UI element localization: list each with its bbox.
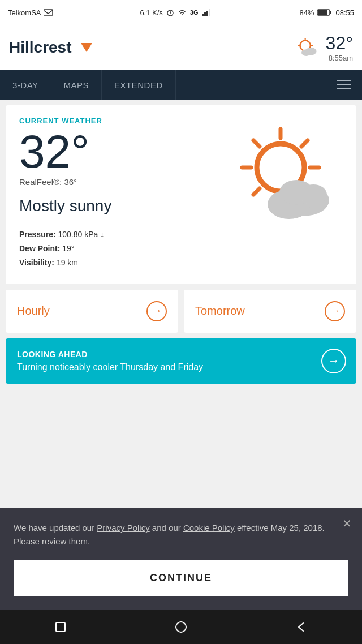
current-weather-label: CURRENT WEATHER (19, 117, 111, 125)
menu-line-1 (337, 80, 351, 81)
continue-button[interactable]: CONTINUE (14, 560, 348, 596)
svg-rect-6 (206, 11, 208, 16)
email-icon (44, 9, 53, 16)
circle-icon (175, 621, 187, 633)
weather-details: Pressure: 100.80 kPa ↓ Dew Point: 19° Vi… (19, 227, 111, 271)
svg-rect-31 (56, 622, 65, 632)
battery-info: 84% 08:55 (299, 8, 354, 17)
svg-line-26 (253, 188, 260, 195)
looking-ahead-banner[interactable]: LOOKING AHEAD Turning noticeably cooler … (6, 338, 356, 384)
square-icon (54, 621, 67, 633)
privacy-close-button[interactable]: ✕ (342, 517, 352, 530)
status-time: 08:55 (335, 8, 354, 17)
header-temperature: 32° (326, 33, 353, 54)
hourly-arrow-icon: → (146, 301, 167, 321)
back-icon (295, 621, 308, 633)
app-header: Hillcrest 32° 8:55am (0, 25, 362, 70)
hourly-button[interactable]: Hourly → (6, 290, 178, 333)
dewpoint-value: 19° (62, 244, 74, 253)
privacy-overlay: ✕ We have updated our Privacy Policy and… (0, 508, 362, 610)
recents-button[interactable] (54, 621, 67, 633)
tab-maps[interactable]: MAPS (51, 70, 102, 100)
weather-condition: Mostly sunny (19, 197, 111, 215)
svg-point-32 (176, 622, 186, 632)
dewpoint-row: Dew Point: 19° (19, 242, 111, 256)
pressure-row: Pressure: 100.80 kPa ↓ (19, 227, 111, 242)
header-weather: 32° 8:55am (293, 33, 353, 62)
dewpoint-label: Dew Point: (19, 244, 60, 253)
svg-line-25 (301, 140, 308, 147)
svg-rect-7 (209, 9, 210, 16)
looking-ahead-text: LOOKING AHEAD Turning noticeably cooler … (17, 350, 203, 372)
menu-line-3 (337, 88, 351, 89)
tomorrow-label: Tomorrow (195, 304, 245, 317)
hourly-label: Hourly (17, 304, 50, 317)
nav-tabs: 3-DAY MAPS EXTENDED (0, 70, 362, 100)
header-time: 8:55am (326, 54, 353, 62)
location-selector[interactable]: Hillcrest (9, 38, 92, 57)
privacy-text-middle: and our (150, 523, 183, 533)
network-type: 3G (190, 9, 199, 16)
looking-ahead-arrow-button[interactable]: → (321, 349, 346, 373)
privacy-text-before: We have updated our (14, 523, 97, 533)
cookie-policy-link[interactable]: Cookie Policy (183, 523, 235, 533)
menu-line-2 (337, 84, 351, 85)
svg-line-23 (253, 140, 260, 147)
header-weather-info: 32° 8:55am (326, 33, 353, 62)
header-weather-icon (293, 36, 321, 59)
pressure-value: 100.80 kPa ↓ (58, 230, 104, 239)
wifi-icon (178, 9, 187, 16)
weather-icon-wrap (230, 117, 343, 230)
realfeel-label: RealFeel®: 36° (19, 177, 111, 187)
looking-ahead-title: LOOKING AHEAD (17, 350, 203, 359)
looking-ahead-description: Turning noticeably cooler Thursday and F… (17, 362, 203, 372)
carrier-name: TelkomSA (8, 8, 41, 17)
visibility-label: Visibility: (19, 258, 54, 267)
tab-3day[interactable]: 3-DAY (0, 70, 51, 100)
visibility-value: 19 km (57, 258, 78, 267)
svg-point-30 (300, 184, 327, 205)
battery-icon (317, 8, 332, 16)
location-name: Hillcrest (9, 38, 72, 57)
privacy-text: We have updated our Privacy Policy and o… (14, 521, 348, 548)
svg-rect-9 (318, 10, 327, 15)
pressure-label: Pressure: (19, 230, 56, 239)
weather-main-icon (230, 117, 343, 230)
svg-rect-10 (330, 11, 331, 14)
tab-extended[interactable]: EXTENDED (102, 70, 176, 100)
svg-rect-0 (44, 10, 53, 15)
status-bar: TelkomSA 6.1 K/s 3G 84% (0, 0, 362, 25)
svg-point-17 (301, 49, 311, 56)
svg-rect-4 (202, 14, 204, 16)
dropdown-arrow-icon (81, 43, 92, 52)
status-center-info: 6.1 K/s 3G (140, 8, 212, 17)
current-temperature: 32° (19, 128, 111, 175)
privacy-policy-link[interactable]: Privacy Policy (97, 523, 149, 533)
current-weather-card: CURRENT WEATHER 32° RealFeel®: 36° Mostl… (6, 105, 356, 284)
tomorrow-arrow-icon: → (325, 301, 345, 321)
signal-icon (202, 9, 212, 16)
back-button[interactable] (295, 621, 308, 633)
tomorrow-button[interactable]: Tomorrow → (184, 290, 356, 333)
carrier-info: TelkomSA (8, 8, 53, 17)
svg-rect-5 (204, 12, 206, 16)
battery-percent: 84% (299, 8, 314, 17)
nav-menu-button[interactable] (326, 80, 362, 89)
visibility-row: Visibility: 19 km (19, 256, 111, 270)
alarm-icon (166, 8, 174, 16)
network-speed: 6.1 K/s (140, 8, 162, 17)
bottom-navigation (0, 610, 362, 644)
quick-nav: Hourly → Tomorrow → (6, 290, 356, 333)
home-button[interactable] (175, 621, 187, 633)
weather-left-panel: CURRENT WEATHER 32° RealFeel®: 36° Mostl… (19, 117, 111, 271)
